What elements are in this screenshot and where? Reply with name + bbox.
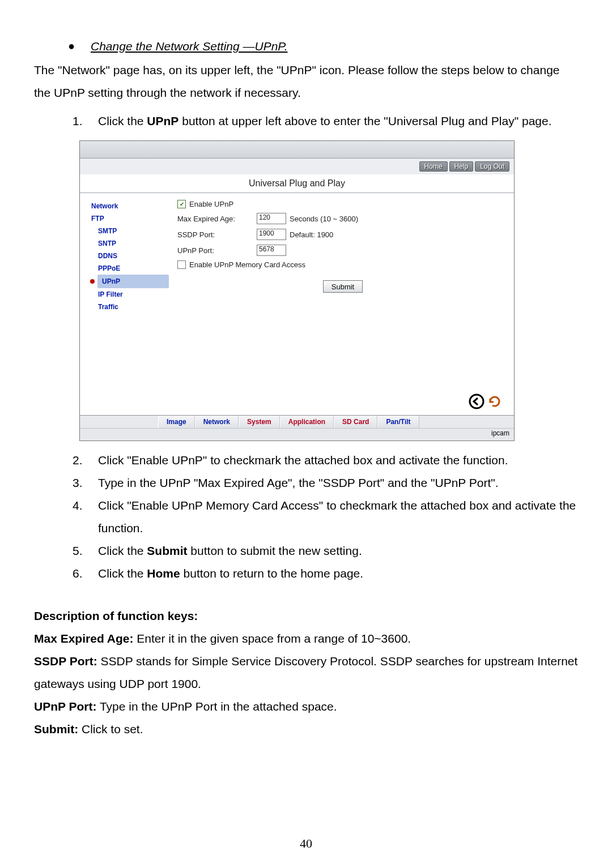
tab-application[interactable]: Application: [280, 416, 334, 428]
sidebar-item-traffic[interactable]: Traffic: [91, 301, 172, 313]
key-text: Enter it in the given space from a range…: [133, 632, 411, 645]
sidebar-item-ipfilter[interactable]: IP Filter: [91, 288, 172, 301]
step-3: 3. Type in the UPnP "Max Expired Age", t…: [34, 472, 578, 494]
sidebar: Network FTP SMTP SNTP DDNS PPPoE UPnP IP…: [80, 193, 172, 391]
max-expired-input[interactable]: 120: [257, 213, 286, 224]
sidebar-item-upnp-active[interactable]: UPnP: [83, 275, 172, 288]
step-1: 1. Click the UPnP button at upper left a…: [34, 110, 578, 132]
key-text: Click to set.: [78, 722, 143, 736]
bullet-icon: ●: [68, 40, 91, 53]
key-label: Max Expired Age:: [34, 632, 133, 645]
bottom-tabs: Image Network System Application SD Card…: [80, 415, 514, 428]
step-text: button at upper left above to enter the …: [178, 114, 551, 127]
desc-heading: Description of function keys:: [34, 605, 578, 627]
back-icon[interactable]: [469, 394, 484, 413]
key-text: Type in the UPnP Port in the attached sp…: [96, 700, 337, 713]
help-button[interactable]: Help: [449, 161, 474, 172]
key-ssdp-port: SSDP Port: SSDP stands for Simple Servic…: [34, 650, 578, 695]
home-button[interactable]: Home: [419, 161, 448, 172]
ssdp-port-row: SSDP Port: 1900 Default: 1900: [177, 229, 508, 240]
step-number: 1.: [73, 110, 98, 132]
enable-upnp-checkbox[interactable]: ✔: [177, 200, 186, 208]
key-label: UPnP Port:: [34, 700, 96, 713]
sidebar-item-label: UPnP: [97, 275, 169, 288]
step-number: 2.: [73, 449, 98, 472]
step-4: 4. Click "Enable UPnP Memory Card Access…: [34, 494, 578, 540]
tab-network[interactable]: Network: [195, 416, 239, 428]
ssdp-port-input[interactable]: 1900: [257, 229, 286, 240]
upnp-port-row: UPnP Port: 5678: [177, 245, 508, 256]
max-expired-hint: Seconds (10 ~ 3600): [290, 215, 358, 223]
step-text: Click the: [98, 544, 147, 557]
tab-image[interactable]: Image: [158, 416, 195, 428]
key-submit: Submit: Click to set.: [34, 718, 578, 741]
step-text: Click "Enable UPnP" to checkmark the att…: [98, 449, 578, 472]
steps-list: 1. Click the UPnP button at upper left a…: [34, 110, 578, 132]
enable-memcard-row: ✔ Enable UPnP Memory Card Access: [177, 260, 508, 269]
svg-point-0: [470, 395, 483, 408]
enable-memcard-checkbox[interactable]: ✔: [177, 260, 186, 269]
sidebar-item-network[interactable]: Network: [91, 200, 172, 212]
step-number: 5.: [73, 540, 98, 562]
step-text: Type in the UPnP "Max Expired Age", the …: [98, 472, 578, 494]
step-text: button to return to the home page.: [180, 567, 363, 580]
page-title: Universal Plug and Play: [80, 174, 514, 193]
step-2: 2. Click "Enable UPnP" to checkmark the …: [34, 449, 578, 472]
enable-upnp-row: ✔ Enable UPnP: [177, 200, 508, 208]
step-text: Click "Enable UPnP Memory Card Access" t…: [98, 494, 578, 540]
key-upnp-port: UPnP Port: Type in the UPnP Port in the …: [34, 695, 578, 718]
step-bold: UPnP: [147, 114, 178, 127]
refresh-icon[interactable]: [487, 394, 503, 413]
tab-pantilt[interactable]: Pan/Tilt: [377, 416, 419, 428]
step-number: 6.: [73, 562, 98, 585]
tab-sdcard[interactable]: SD Card: [334, 416, 377, 428]
key-label: SSDP Port:: [34, 655, 97, 668]
step-text: Click the: [98, 114, 147, 127]
logout-button[interactable]: Log Out: [475, 161, 509, 172]
sidebar-item-ddns[interactable]: DDNS: [91, 250, 172, 262]
sidebar-item-smtp[interactable]: SMTP: [91, 225, 172, 237]
submit-button[interactable]: Submit: [323, 280, 363, 293]
section-title: Change the Network Setting —UPnP.: [91, 40, 287, 53]
page-number: 40: [0, 836, 612, 851]
sidebar-item-ftp[interactable]: FTP: [91, 212, 172, 225]
step-text: Click the: [98, 567, 147, 580]
max-expired-row: Max Expired Age: 120 Seconds (10 ~ 3600): [177, 213, 508, 224]
footer-brand: ipcam: [80, 428, 514, 441]
sidebar-item-sntp[interactable]: SNTP: [91, 237, 172, 250]
section-heading: ● Change the Network Setting —UPnP.: [34, 40, 578, 53]
ssdp-port-label: SSDP Port:: [177, 230, 257, 239]
active-marker-icon: [90, 279, 95, 284]
enable-upnp-label: Enable UPnP: [189, 200, 233, 208]
upnp-screenshot: Home Help Log Out Universal Plug and Pla…: [79, 140, 515, 441]
step-5: 5. Click the Submit button to submit the…: [34, 540, 578, 562]
step-number: 4.: [73, 494, 98, 540]
key-max-expired: Max Expired Age: Enter it in the given s…: [34, 627, 578, 650]
key-label: Submit:: [34, 722, 78, 736]
upnp-port-label: UPnP Port:: [177, 246, 257, 255]
sidebar-item-pppoe[interactable]: PPPoE: [91, 262, 172, 275]
step-number: 3.: [73, 472, 98, 494]
step-bold: Home: [147, 567, 180, 580]
key-text: SSDP stands for Simple Service Discovery…: [34, 655, 577, 690]
icon-bar: [80, 391, 514, 415]
tab-system[interactable]: System: [239, 416, 280, 428]
step-bold: Submit: [147, 544, 187, 557]
top-nav-buttons: Home Help Log Out: [80, 159, 514, 174]
ssdp-port-hint: Default: 1900: [290, 230, 333, 239]
window-titlebar: [80, 141, 514, 159]
intro-paragraph: The "Network" page has, on its upper lef…: [34, 59, 578, 104]
max-expired-label: Max Expired Age:: [177, 215, 257, 223]
steps-list-cont: 2. Click "Enable UPnP" to checkmark the …: [34, 449, 578, 585]
upnp-port-input[interactable]: 5678: [257, 245, 286, 256]
step-6: 6. Click the Home button to return to th…: [34, 562, 578, 585]
enable-memcard-label: Enable UPnP Memory Card Access: [189, 260, 305, 269]
step-text: button to submit the new setting.: [188, 544, 362, 557]
form-panel: ✔ Enable UPnP Max Expired Age: 120 Secon…: [172, 193, 514, 391]
